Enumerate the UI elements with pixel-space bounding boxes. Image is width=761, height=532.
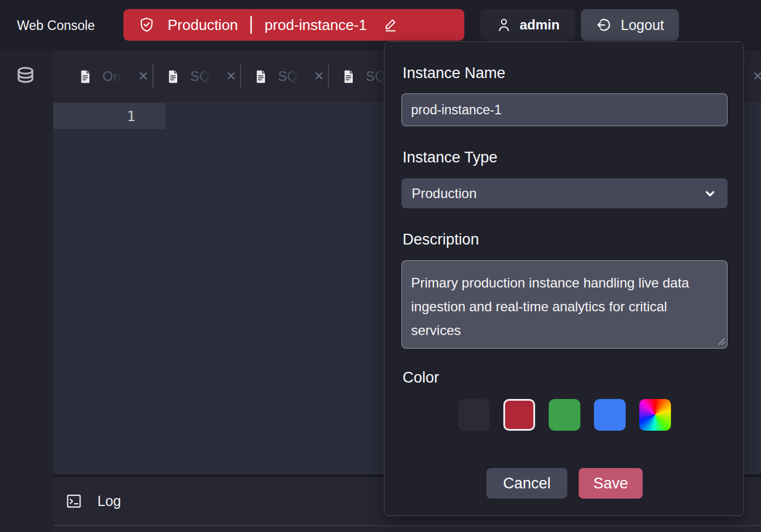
tab-close-icon[interactable]: ✕ xyxy=(753,70,761,83)
editor-tab-3[interactable]: SQL✕ xyxy=(241,51,329,102)
edit-pencil-icon[interactable] xyxy=(383,17,399,33)
color-swatch-rainbow[interactable] xyxy=(639,399,671,431)
shield-check-icon xyxy=(138,16,155,33)
description-textarea-wrap: Primary production instance handling liv… xyxy=(401,260,728,349)
tab-label: SQL xyxy=(190,68,212,84)
instance-name-label: prod-instance-1 xyxy=(264,16,367,34)
editor-tab-2[interactable]: SQL✕ xyxy=(153,51,241,102)
color-swatch-green[interactable] xyxy=(549,399,580,431)
database-icon[interactable] xyxy=(14,65,37,88)
file-icon xyxy=(342,69,356,84)
color-swatch-default[interactable] xyxy=(458,399,490,431)
cancel-button[interactable]: Cancel xyxy=(486,468,567,499)
instance-type-select[interactable]: Production xyxy=(401,178,728,208)
chevron-down-icon xyxy=(703,186,717,201)
instance-badge[interactable]: Production prod-instance-1 xyxy=(123,9,464,41)
logout-label: Logout xyxy=(621,17,664,33)
dialog-actions: Cancel Save xyxy=(401,468,728,499)
environment-label: Production xyxy=(168,16,238,34)
color-field-label: Color xyxy=(403,369,439,387)
tab-label: Orders xyxy=(102,68,124,84)
tab-label: SQL xyxy=(278,68,300,84)
instance-name-input[interactable] xyxy=(401,93,728,126)
user-menu[interactable]: admin xyxy=(480,9,575,41)
tab-close-icon[interactable]: ✕ xyxy=(314,70,324,83)
app-title: Web Console xyxy=(17,0,95,51)
instance-type-value: Production xyxy=(412,186,703,201)
color-swatch-blue[interactable] xyxy=(594,399,626,431)
file-icon xyxy=(166,69,180,84)
color-swatch-red[interactable] xyxy=(503,399,535,431)
description-textarea[interactable]: Primary production instance handling liv… xyxy=(401,260,728,349)
user-icon xyxy=(496,17,512,33)
log-label: Log xyxy=(97,493,121,509)
description-field-label: Description xyxy=(403,231,479,248)
edit-instance-dialog: Instance Name Instance Type Production D… xyxy=(384,41,744,516)
tab-close-icon[interactable]: ✕ xyxy=(226,70,236,83)
logout-icon xyxy=(596,16,613,33)
instance-name-field-label: Instance Name xyxy=(403,65,506,82)
color-swatch-row xyxy=(401,399,728,431)
line-number: 1 xyxy=(127,108,135,125)
resize-handle[interactable] xyxy=(718,338,725,345)
file-icon xyxy=(254,69,268,84)
terminal-icon xyxy=(65,492,83,510)
instance-type-field-label: Instance Type xyxy=(403,149,498,166)
file-icon xyxy=(79,69,92,84)
save-button[interactable]: Save xyxy=(579,468,643,499)
sidebar xyxy=(0,51,53,532)
badge-separator xyxy=(250,16,252,34)
active-line-gutter: 1 xyxy=(53,103,165,129)
username-label: admin xyxy=(520,17,560,33)
logout-button[interactable]: Logout xyxy=(581,9,679,41)
tab-close-icon[interactable]: ✕ xyxy=(138,70,148,83)
bottom-strip xyxy=(53,526,761,532)
editor-tab-1[interactable]: Orders✕ xyxy=(66,51,153,102)
